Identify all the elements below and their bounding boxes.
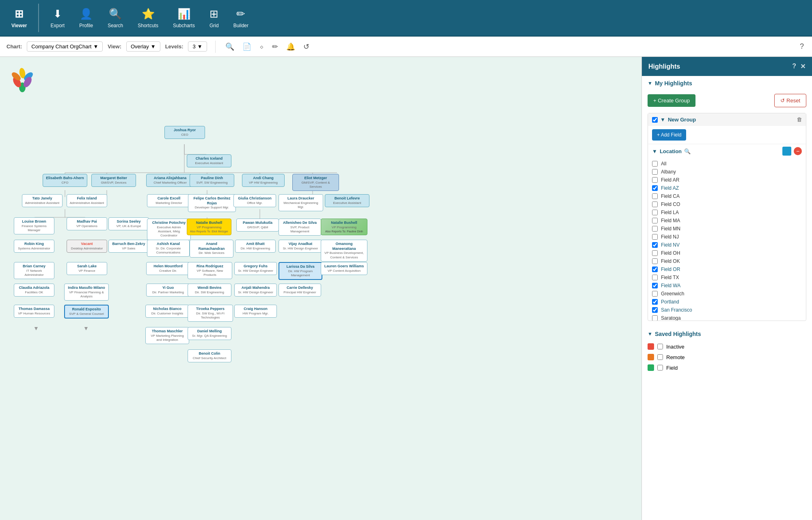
location-checkbox[interactable] — [652, 185, 658, 191]
node-cmo[interactable]: Ariana Alisjahbana Chief Marketing Offic… — [146, 174, 194, 187]
chart-area[interactable]: Joshua Ryor CEO Charles Iceland Executiv… — [0, 57, 641, 520]
zoom-icon[interactable]: 🔍 — [225, 42, 234, 51]
node-thomas-d[interactable]: Thomas Damassa VP Human Resources — [14, 305, 54, 318]
location-checkbox[interactable] — [652, 210, 658, 215]
export-chart-icon[interactable]: 📄 — [242, 42, 251, 51]
location-checkbox[interactable] — [652, 291, 658, 297]
location-checkbox[interactable] — [652, 250, 658, 256]
location-search-icon[interactable]: 🔍 — [684, 148, 691, 154]
add-field-button[interactable]: + Add Field — [652, 129, 686, 141]
chart-select[interactable]: Company Chart OrgChart ▼ — [27, 41, 103, 52]
location-checkbox[interactable] — [652, 161, 658, 167]
filter-icon[interactable]: ⬦ — [259, 42, 264, 51]
node-ronald[interactable]: Ronald Esposito SVP & General Counsel — [64, 305, 109, 318]
node-louise[interactable]: Louise Brown Finance Systems Manager — [14, 217, 54, 234]
node-anand[interactable]: Anand Ramachandran Dir. Web Services — [190, 240, 233, 258]
toolbar-item-export[interactable]: ⬇ Export — [43, 4, 72, 32]
node-larissa[interactable]: Larissa Da Silva Dir. HW Program Managem… — [279, 262, 322, 280]
location-checkbox[interactable] — [652, 299, 658, 305]
node-thomas-m[interactable]: Thomas Maschler VP Marketing Planning an… — [145, 327, 189, 344]
location-checkbox[interactable] — [652, 258, 658, 264]
node-sarah[interactable]: Sarah Lake VP Finance — [67, 262, 107, 275]
saved-highlight-checkbox[interactable] — [657, 344, 663, 349]
node-lauren[interactable]: Lauren Goers Williams VP Content Acquisi… — [321, 262, 367, 275]
node-barruch[interactable]: Barruch Ben-Zekry VP Sales — [108, 240, 149, 253]
toolbar-item-grid[interactable]: ⊞ Grid — [202, 4, 226, 32]
node-benoit-c[interactable]: Benoit Colin Chief Security Architect — [188, 349, 231, 362]
node-vp-hw[interactable]: Andi Chang VP HW Engineering — [242, 174, 285, 187]
node-gm-content[interactable]: Eliot Metzger GM/SVP, Content & Services — [292, 174, 339, 191]
location-checkbox[interactable] — [652, 266, 658, 272]
node-cfo[interactable]: Elisabeth Bahs-Ahern CFO — [43, 174, 87, 187]
saved-highlight-checkbox[interactable] — [657, 354, 663, 360]
location-checkbox[interactable] — [652, 315, 658, 321]
node-giulia[interactable]: Giulia Christianson Office Mgr. — [233, 194, 276, 207]
node-vacant[interactable]: Vacant Desktop Administrator — [67, 240, 107, 253]
node-amit[interactable]: Amit Bhatt Dir. HW Engineering — [235, 240, 276, 253]
node-benoit-l[interactable]: Benoit Lefevre Executive Assistant — [325, 194, 369, 207]
location-checkbox[interactable] — [652, 177, 658, 183]
node-daniel[interactable]: Daniel Melling Sr. Mgr. QA Engineering — [188, 327, 231, 340]
node-robin[interactable]: Robin King Systems Administrator — [14, 240, 54, 253]
node-felipe[interactable]: Felipe Carlos Benitez Rojas Developer Su… — [188, 194, 236, 212]
node-gm-devices[interactable]: Margaret Beiter GM/SVP, Devices — [91, 174, 136, 187]
node-carole[interactable]: Carole Excell Marketing Director — [147, 194, 191, 207]
view-select[interactable]: Overlay ▼ — [126, 41, 160, 52]
node-ashish[interactable]: Ashish Kanal Sr. Dir. Corporate Communic… — [147, 240, 190, 257]
node-anjali[interactable]: Anjali Mahendra Sr. HW Design Engineer — [234, 284, 277, 297]
node-allenisheo[interactable]: Allenisheo De Silva SVP, Product Managem… — [279, 219, 321, 236]
node-vijay[interactable]: Vijay Anadkat Sr. HW Design Engineer — [279, 240, 322, 253]
toolbar-item-builder[interactable]: ✏ Builder — [226, 4, 256, 32]
node-craig[interactable]: Craig Hanson HW Program Mgr. — [234, 305, 277, 318]
help-icon[interactable]: ? — [800, 42, 804, 51]
saved-highlight-checkbox[interactable] — [657, 365, 663, 370]
location-checkbox[interactable] — [652, 202, 658, 207]
location-checkbox[interactable] — [652, 226, 658, 232]
node-helen[interactable]: Helen Mountford Creative Dir. — [146, 262, 190, 275]
new-group-checkbox[interactable] — [652, 117, 658, 123]
location-checkbox[interactable] — [652, 275, 658, 280]
toolbar-item-viewer[interactable]: ⊞ Viewer — [4, 4, 34, 32]
node-admin1[interactable]: Tato Janely Administrative Assistant — [22, 194, 63, 207]
create-group-button[interactable]: + Create Group — [648, 94, 695, 107]
toolbar-item-search[interactable]: 🔍 Search — [100, 4, 130, 32]
node-claudia[interactable]: Claudia Adriazola Facilities OK — [14, 284, 54, 297]
location-checkbox[interactable] — [652, 283, 658, 288]
node-gregory[interactable]: Gregory Fuhs Sr. HW Design Engineer — [234, 262, 277, 275]
node-natalie-b[interactable]: Natalie Bushell VP Programming Also Repo… — [187, 219, 231, 235]
node-ea[interactable]: Charles Iceland Executive Assistant — [187, 154, 231, 167]
node-madhav[interactable]: Madhav Pai VP Operations — [67, 217, 107, 230]
node-yiguo[interactable]: Yi Guo Dir. Partner Marketing — [146, 284, 190, 297]
node-sorina[interactable]: Sorina Seeley VP, UK & Europe — [108, 217, 149, 230]
saved-highlights-header[interactable]: ▼ Saved Highlights — [642, 327, 812, 341]
location-checkbox[interactable] — [652, 242, 658, 248]
location-remove-button[interactable]: − — [794, 147, 802, 155]
node-christine[interactable]: Christine Potochny Executive Admin Assis… — [147, 219, 191, 240]
my-highlights-header[interactable]: ▼ My Highlights — [642, 76, 812, 91]
refresh-icon[interactable]: ↺ — [303, 42, 309, 51]
node-brian[interactable]: Brian Carney IT Network Administrator — [14, 262, 54, 279]
toolbar-item-shortcuts[interactable]: ⭐ Shortcuts — [130, 4, 166, 32]
panel-close-icon[interactable]: ✕ — [800, 63, 806, 70]
highlight-icon[interactable]: ✏ — [272, 42, 278, 51]
node-natalie-b2[interactable]: Natalie Bushell VP Programming Also Repo… — [321, 219, 367, 235]
toolbar-item-subcharts[interactable]: 📊 Subcharts — [166, 4, 202, 32]
node-tiroeka[interactable]: Tiroeka Peppers Dir. SW Eng., WI-FI Tech… — [188, 305, 233, 322]
location-checkbox[interactable] — [652, 169, 658, 175]
node-omanong[interactable]: Omanong Maneerattana VP Business Develop… — [321, 240, 367, 262]
node-pawan[interactable]: Pawan Mulukutla GR/SVP, Q&M — [236, 219, 279, 232]
levels-select[interactable]: 3 ▼ — [188, 41, 207, 52]
node-svp-sw[interactable]: Pauline Dinh SVP, SW Engineering — [190, 174, 234, 187]
toolbar-item-profile[interactable]: 👤 Profile — [72, 4, 100, 32]
reset-button[interactable]: ↺ Reset — [774, 94, 806, 107]
panel-help-icon[interactable]: ? — [792, 63, 796, 70]
location-checkbox[interactable] — [652, 193, 658, 199]
location-checkbox[interactable] — [652, 234, 658, 240]
node-indira[interactable]: Indira Masullo Milano VP Financial Plann… — [64, 284, 109, 301]
location-checkbox[interactable] — [652, 307, 658, 313]
share-icon[interactable]: 🔔 — [286, 42, 295, 51]
node-rina[interactable]: Rina Rodriguez VP Software, New Products — [188, 262, 232, 279]
location-checkbox[interactable] — [652, 218, 658, 223]
location-color-button[interactable] — [782, 147, 791, 156]
node-nicholas[interactable]: Nicholas Bianco Dir. Customer Insights — [145, 305, 189, 318]
